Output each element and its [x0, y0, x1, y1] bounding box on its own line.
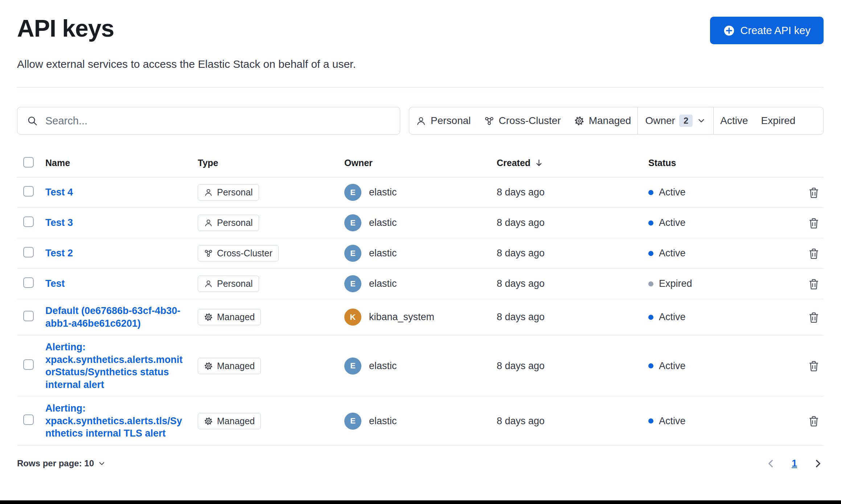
rows-per-page-label: Rows per page: 10	[17, 458, 94, 468]
column-header-status: Status	[648, 158, 785, 168]
page-number-1[interactable]: 1	[792, 458, 797, 469]
pagination: 1	[765, 458, 824, 469]
chevron-right-icon[interactable]	[812, 458, 824, 469]
row-checkbox[interactable]	[23, 186, 34, 197]
chevron-left-icon[interactable]	[765, 458, 776, 469]
arrow-down-icon	[534, 158, 544, 168]
table-row: Alerting: xpack.synthetics.alerts.monito…	[17, 335, 824, 397]
type-badge: Managed	[198, 413, 261, 429]
status-text: Active	[659, 187, 686, 198]
api-key-name-link[interactable]: Test 3	[45, 216, 73, 229]
owner-avatar: K	[344, 309, 361, 326]
gear-icon	[574, 116, 584, 126]
trash-icon[interactable]	[808, 278, 820, 290]
page-header: API keys Create API key	[17, 15, 824, 44]
filter-owner-dropdown[interactable]: Owner 2	[638, 107, 713, 134]
status-text: Active	[659, 416, 686, 427]
person-icon	[416, 116, 426, 126]
table-row: Alerting: xpack.synthetics.alerts.tls/Sy…	[17, 397, 824, 446]
create-api-key-button[interactable]: Create API key	[710, 17, 824, 44]
status-dot	[648, 363, 653, 368]
owner-avatar: E	[344, 214, 361, 231]
filter-expired[interactable]: Expired	[755, 107, 802, 134]
type-badge: Personal	[198, 215, 259, 231]
api-key-name-link[interactable]: Test 4	[45, 186, 73, 199]
trash-icon[interactable]	[808, 415, 820, 427]
person-icon	[204, 279, 213, 288]
status-text: Expired	[659, 278, 692, 289]
trash-icon[interactable]	[808, 311, 820, 323]
api-key-name-link[interactable]: Alerting: xpack.synthetics.alerts.tls/Sy…	[45, 402, 188, 440]
status-text: Active	[659, 248, 686, 259]
person-icon	[204, 218, 213, 227]
status-dot	[648, 315, 653, 320]
filter-personal[interactable]: Personal	[409, 107, 477, 134]
gear-icon	[204, 417, 213, 426]
owner-avatar: E	[344, 275, 361, 292]
row-checkbox[interactable]	[23, 247, 34, 257]
api-keys-table: Name Type Owner Created Status Test 4 Pe…	[17, 154, 824, 446]
table-row: Default (0e67686b-63cf-4b30-abb1-a46be61…	[17, 299, 824, 335]
trash-icon[interactable]	[808, 186, 820, 199]
owner-avatar: E	[344, 358, 361, 375]
table-controls: Personal Cross-Cluster Managed Owner 2	[17, 107, 824, 135]
search-input[interactable]	[45, 115, 390, 127]
owner-name: elastic	[369, 360, 397, 372]
api-key-name-link[interactable]: Test	[45, 277, 65, 290]
type-badge: Personal	[198, 276, 259, 292]
trash-icon[interactable]	[808, 217, 820, 229]
table-row: Test 2 Cross-Cluster E elastic 8 days ag…	[17, 238, 824, 269]
table-body: Test 4 Personal E elastic 8 days ago Act…	[17, 177, 824, 446]
owner-name: elastic	[369, 217, 397, 228]
filter-cross-cluster[interactable]: Cross-Cluster	[477, 107, 567, 134]
row-checkbox[interactable]	[23, 277, 34, 288]
created-text: 8 days ago	[497, 311, 648, 323]
type-badge: Cross-Cluster	[198, 245, 279, 261]
create-api-key-label: Create API key	[741, 25, 811, 37]
row-checkbox[interactable]	[23, 216, 34, 227]
type-badge: Personal	[198, 184, 259, 201]
owner-name: elastic	[369, 278, 397, 289]
screen-bottom-bar	[0, 500, 841, 504]
row-checkbox[interactable]	[23, 359, 34, 370]
page-subtitle: Allow external services to access the El…	[17, 58, 824, 70]
filter-managed[interactable]: Managed	[567, 107, 638, 134]
trash-icon[interactable]	[808, 247, 820, 260]
status-text: Active	[659, 311, 686, 323]
table-row: Test 4 Personal E elastic 8 days ago Act…	[17, 177, 824, 208]
status-dot	[648, 190, 653, 195]
created-text: 8 days ago	[497, 187, 648, 198]
status-dot	[648, 281, 653, 286]
filter-active[interactable]: Active	[714, 107, 754, 134]
table-footer: Rows per page: 10 1	[17, 458, 824, 469]
type-badge: Managed	[198, 309, 261, 325]
row-checkbox[interactable]	[23, 414, 34, 425]
api-key-name-link[interactable]: Test 2	[45, 247, 73, 260]
filter-active-label: Active	[720, 115, 748, 127]
trash-icon[interactable]	[808, 360, 820, 372]
column-header-created[interactable]: Created	[497, 158, 648, 168]
filter-cross-cluster-label: Cross-Cluster	[499, 115, 561, 127]
filter-personal-label: Personal	[431, 115, 471, 127]
search-box	[17, 107, 400, 135]
table-header-row: Name Type Owner Created Status	[17, 154, 824, 177]
status-text: Active	[659, 217, 686, 228]
created-text: 8 days ago	[497, 217, 648, 228]
row-checkbox[interactable]	[23, 311, 34, 321]
owner-name: elastic	[369, 187, 397, 198]
type-badge: Managed	[198, 358, 261, 374]
chevron-down-icon	[697, 116, 706, 125]
owner-name: elastic	[369, 416, 397, 427]
owner-avatar: E	[344, 184, 361, 201]
api-key-name-link[interactable]: Alerting: xpack.synthetics.alerts.monito…	[45, 341, 188, 391]
status-text: Active	[659, 360, 686, 372]
select-all-checkbox[interactable]	[23, 157, 34, 168]
filter-owner-label: Owner	[645, 115, 675, 127]
rows-per-page-dropdown[interactable]: Rows per page: 10	[17, 458, 106, 468]
created-text: 8 days ago	[497, 248, 648, 259]
gear-icon	[204, 362, 213, 371]
search-icon	[27, 115, 38, 127]
column-header-name[interactable]: Name	[45, 158, 198, 168]
api-key-name-link[interactable]: Default (0e67686b-63cf-4b30-abb1-a46be61…	[45, 305, 188, 330]
created-text: 8 days ago	[497, 278, 648, 289]
